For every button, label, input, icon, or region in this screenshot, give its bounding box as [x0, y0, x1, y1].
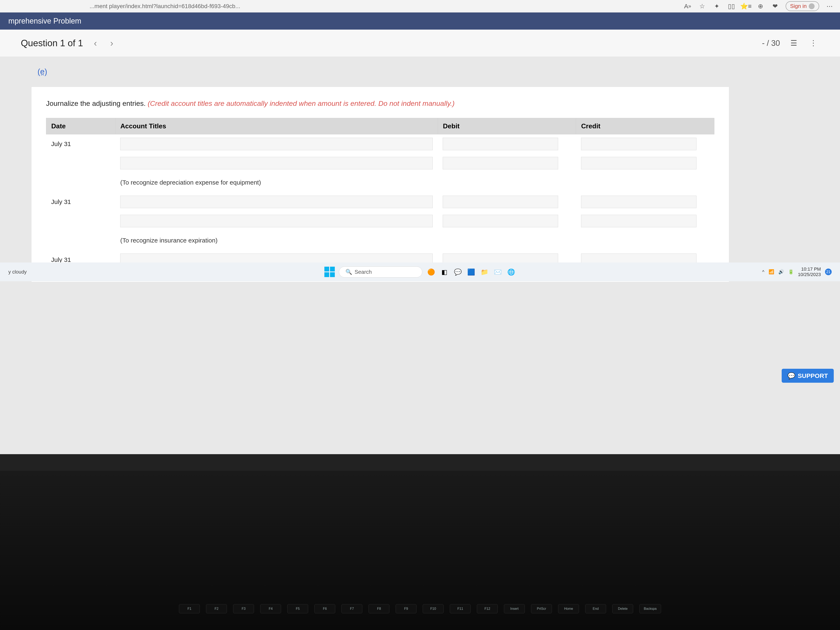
credit-input[interactable] — [581, 157, 696, 169]
debit-input[interactable] — [443, 157, 558, 169]
key: F1 — [179, 604, 200, 613]
edge-icon[interactable]: 🌐 — [507, 267, 516, 276]
copilot-icon[interactable]: 🟠 — [426, 267, 436, 276]
read-aloud-icon[interactable]: A» — [684, 2, 692, 10]
table-row: July 31 — [46, 134, 714, 154]
key: F4 — [260, 604, 281, 613]
app-header: mprehensive Problem — [0, 13, 840, 30]
prev-arrow[interactable]: ‹ — [91, 38, 99, 48]
wifi-icon[interactable]: 📶 — [769, 269, 774, 275]
key: Insert — [504, 604, 525, 613]
taskbar: y cloudy 🔍 Search 🟠 ◧ 💬 🟦 📁 ✉️ 🌐 ^ 📶 🔊 🔋… — [0, 262, 840, 281]
search-box[interactable]: 🔍 Search — [339, 267, 422, 278]
avatar-icon — [809, 3, 815, 9]
signin-label: Sign in — [790, 3, 807, 9]
store-icon[interactable]: 🟦 — [466, 267, 475, 276]
instruction-lead: Journalize the adjusting entries. — [46, 99, 148, 107]
notification-badge[interactable]: 21 — [825, 268, 832, 275]
favorites-icon[interactable]: ⭐≡ — [742, 2, 750, 10]
key: F10 — [423, 604, 444, 613]
debit-input[interactable] — [443, 215, 558, 227]
browser-toolbar: ...ment player/index.html?launchid=618d4… — [0, 0, 840, 13]
instruction-note: (Credit account titles are automatically… — [148, 99, 455, 107]
clock[interactable]: 10:17 PM 10/25/2023 — [798, 267, 821, 278]
key: F8 — [368, 604, 389, 613]
date-cell: July 31 — [46, 134, 115, 154]
key: F6 — [314, 604, 335, 613]
key: F7 — [341, 604, 362, 613]
support-button[interactable]: 💬 SUPPORT — [782, 369, 834, 383]
th-credit: Credit — [576, 118, 714, 134]
instruction: Journalize the adjusting entries. (Credi… — [46, 99, 714, 107]
part-label[interactable]: (e) — [31, 63, 53, 81]
account-input[interactable] — [120, 157, 433, 169]
th-titles: Account Titles — [115, 118, 438, 134]
account-input[interactable] — [120, 196, 433, 208]
app-title: mprehensive Problem — [8, 17, 81, 25]
score-display: - / 30 — [762, 39, 780, 48]
credit-input[interactable] — [581, 196, 696, 208]
key: Delete — [612, 604, 633, 613]
entry-description: (To recognize insurance expiration) — [115, 231, 714, 250]
more-icon[interactable]: ⋯ — [826, 2, 834, 10]
collections-icon[interactable]: ⊕ — [756, 2, 765, 10]
date-cell — [46, 212, 115, 231]
table-row — [46, 153, 714, 173]
kebab-icon[interactable]: ⋮ — [807, 39, 819, 47]
keyboard: F1 F2 F3 F4 F5 F6 F7 F8 F9 F10 F11 F12 I… — [0, 471, 840, 630]
url-fragment: ...ment player/index.html?launchid=618d4… — [90, 3, 240, 9]
next-arrow[interactable]: › — [108, 38, 116, 48]
explorer-icon[interactable]: 📁 — [480, 267, 489, 276]
key: End — [585, 604, 606, 613]
date-cell: July 31 — [46, 192, 115, 212]
mail-icon[interactable]: ✉️ — [493, 267, 502, 276]
key: F2 — [206, 604, 227, 613]
key: PrtScr — [531, 604, 552, 613]
table-row: (To recognize depreciation expense for e… — [46, 173, 714, 192]
table-row: (To recognize insurance expiration) — [46, 231, 714, 250]
chevron-up-icon[interactable]: ^ — [762, 269, 764, 275]
chat-icon: 💬 — [788, 372, 795, 379]
support-label: SUPPORT — [798, 372, 828, 379]
taskbar-right: ^ 📶 🔊 🔋 10:17 PM 10/25/2023 21 — [762, 267, 832, 278]
question-bar: Question 1 of 1 ‹ › - / 30 ☰ ⋮ — [0, 30, 840, 57]
th-debit: Debit — [438, 118, 576, 134]
search-icon: 🔍 — [346, 269, 352, 275]
volume-icon[interactable]: 🔊 — [778, 269, 784, 275]
key: F5 — [287, 604, 308, 613]
entry-description: (To recognize depreciation expense for e… — [115, 173, 714, 192]
chat-icon[interactable]: 💬 — [453, 267, 462, 276]
time: 10:17 PM — [798, 267, 821, 272]
signin-button[interactable]: Sign in — [786, 1, 819, 11]
journal-table: Date Account Titles Debit Credit July 31 — [46, 118, 714, 269]
battery-icon[interactable]: 🔋 — [788, 269, 794, 275]
search-placeholder: Search — [355, 269, 372, 275]
key: Home — [558, 604, 579, 613]
table-row — [46, 212, 714, 231]
split-icon[interactable]: ▯▯ — [727, 2, 736, 10]
credit-input[interactable] — [581, 138, 696, 150]
list-icon[interactable]: ☰ — [788, 39, 799, 47]
performance-icon[interactable]: ❤ — [771, 2, 779, 10]
key: F9 — [396, 604, 417, 613]
key: F3 — [233, 604, 254, 613]
extensions-icon[interactable]: ✦ — [713, 2, 721, 10]
credit-input[interactable] — [581, 215, 696, 227]
key: F11 — [450, 604, 471, 613]
taskview-icon[interactable]: ◧ — [440, 267, 449, 276]
star-icon[interactable]: ☆ — [698, 2, 706, 10]
account-input[interactable] — [120, 215, 433, 227]
taskbar-center: 🔍 Search 🟠 ◧ 💬 🟦 📁 ✉️ 🌐 — [324, 267, 516, 278]
debit-input[interactable] — [443, 138, 558, 150]
content: (e) Journalize the adjusting entries. (C… — [0, 57, 840, 282]
weather-widget[interactable]: y cloudy — [8, 269, 27, 275]
account-input[interactable] — [120, 138, 433, 150]
debit-input[interactable] — [443, 196, 558, 208]
th-date: Date — [46, 118, 115, 134]
question-title: Question 1 of 1 — [21, 38, 83, 48]
date-cell — [46, 153, 115, 173]
key: Backspa — [639, 604, 661, 613]
screen: ...ment player/index.html?launchid=618d4… — [0, 0, 840, 454]
date: 10/25/2023 — [798, 272, 821, 277]
start-button[interactable] — [324, 267, 335, 277]
